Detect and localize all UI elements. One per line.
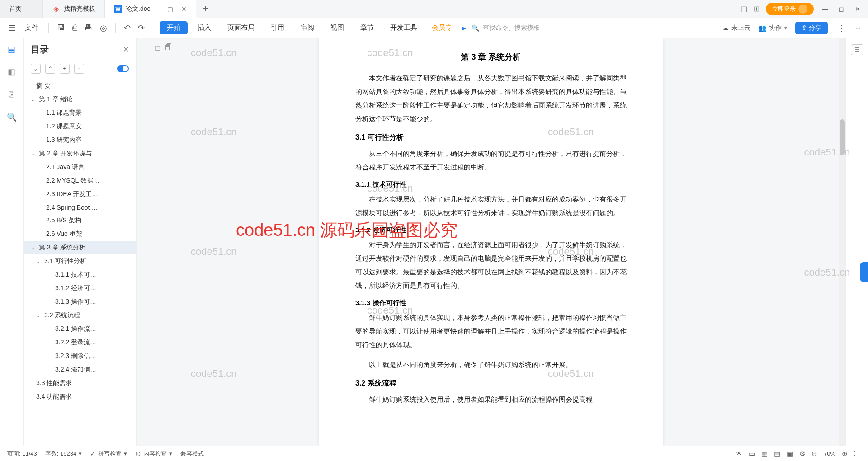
page-indicator[interactable]: 页面: 11/43	[7, 450, 37, 458]
view-outline-icon[interactable]: ▣	[787, 450, 793, 458]
more-arrow-icon[interactable]: ▸	[460, 23, 468, 33]
nav-icon[interactable]: ◧	[7, 67, 17, 77]
toc-item[interactable]: 3.2.4 添加信…	[24, 363, 136, 376]
view-page-icon[interactable]: ▦	[761, 450, 768, 458]
toc-item[interactable]: 2.3 IDEA 开发工…	[24, 188, 136, 201]
toc-item[interactable]: 3.1.2 经济可…	[24, 282, 136, 295]
compat-mode[interactable]: 兼容模式	[180, 450, 204, 458]
page-nav-icon[interactable]: ◻	[155, 43, 160, 52]
new-tab-button[interactable]: +	[196, 4, 214, 14]
page-copy-icon[interactable]: 🗐	[165, 43, 172, 52]
toc-item[interactable]: ⌄3.2 系统流程	[24, 309, 136, 322]
toc-label: 1.2 课题意义	[46, 122, 82, 131]
fullscreen-icon[interactable]: ⛶	[854, 450, 861, 457]
menu-page-layout[interactable]: 页面布局	[221, 24, 261, 32]
document-page[interactable]: 第 3 章 系统分析 本文作者在确定了研究的课题之后，从各大数字图书馆下载文献来…	[319, 38, 663, 446]
command-search[interactable]: 🔍 查找命令、搜索模板	[472, 24, 562, 32]
toc-item[interactable]: 2.6 Vue 框架	[24, 227, 136, 241]
vip-menu[interactable]: 会员专	[427, 24, 457, 32]
view-web-icon[interactable]: ▤	[774, 450, 780, 458]
view-eye-icon[interactable]: 👁	[736, 450, 742, 457]
spell-check[interactable]: ✓拼写检查 ▾	[90, 450, 127, 458]
toc-item[interactable]: 3.3 性能需求	[24, 376, 136, 390]
toc-item[interactable]: ⌄第 3 章 系统分析	[24, 241, 136, 254]
left-rail: ▤ ◧ ⎘ 🔍	[0, 38, 24, 446]
tab-template[interactable]: ◈ 找稻壳模板	[43, 0, 105, 18]
menu-insert[interactable]: 插入	[191, 24, 217, 32]
menu-review[interactable]: 审阅	[294, 24, 321, 32]
toc-item[interactable]: 摘 要	[24, 79, 136, 93]
toc-collapse-icon[interactable]: ⌄	[31, 64, 41, 74]
toc-item[interactable]: 3.1.3 操作可…	[24, 295, 136, 309]
toc-item[interactable]: 1.1 课题背景	[24, 106, 136, 120]
redo-icon[interactable]: ↷	[136, 23, 146, 33]
tab-home[interactable]: 首页	[0, 0, 43, 18]
toc-expand-icon[interactable]: ⌃	[45, 64, 55, 74]
layout-icon[interactable]: ◫	[741, 5, 747, 13]
side-handle[interactable]	[860, 262, 868, 282]
menu-start[interactable]: 开始	[160, 21, 188, 34]
maximize-button[interactable]: ◻	[836, 5, 846, 13]
close-window-button[interactable]: ✕	[853, 5, 863, 13]
toc-item[interactable]: 3.2.2 登录流…	[24, 336, 136, 349]
menu-references[interactable]: 引用	[264, 24, 291, 32]
chevron-down-icon: ⌄	[31, 151, 36, 157]
watermark: code51.cn	[804, 146, 850, 158]
toc-toggle[interactable]	[117, 65, 129, 72]
content-check[interactable]: ⊙内容检查 ▾	[135, 450, 172, 458]
cloud-button[interactable]: ☁未上云	[722, 24, 750, 32]
zoom-in-icon[interactable]: ⊕	[842, 450, 848, 458]
toc-item[interactable]: 1.2 课题意义	[24, 120, 136, 133]
watermark: code51.cn	[367, 47, 413, 59]
apps-icon[interactable]: ⊞	[754, 5, 760, 13]
outline-icon[interactable]: ▤	[7, 44, 17, 54]
toc-item[interactable]: ⌄第 1 章 绪论	[24, 93, 136, 106]
menu-icon[interactable]: ☰	[7, 23, 18, 33]
toc-item[interactable]: 3.2.3 删除信…	[24, 349, 136, 363]
view-read-icon[interactable]: ▭	[749, 450, 755, 458]
toc-item[interactable]: ⌄第 2 章 开发环境与…	[24, 147, 136, 160]
zoom-out-icon[interactable]: ⊖	[811, 450, 817, 458]
settings-icon[interactable]: ⚙	[799, 450, 805, 458]
file-menu[interactable]: 文件	[21, 24, 42, 32]
toc-item[interactable]: 2.5 B/S 架构	[24, 214, 136, 227]
menu-view[interactable]: 视图	[324, 24, 350, 32]
toc-remove-icon[interactable]: −	[74, 64, 84, 74]
login-button[interactable]: 立即登录	[766, 3, 814, 15]
print-icon[interactable]: 🖶	[83, 23, 94, 33]
share-button[interactable]: ⇪ 分享	[795, 22, 828, 34]
dock-icon[interactable]: ▢	[167, 5, 173, 13]
zoom-level[interactable]: 70%	[824, 450, 835, 457]
kebab-icon[interactable]: ⋮	[836, 23, 848, 33]
right-panel-icon[interactable]: ☰	[851, 44, 863, 55]
close-tab-icon[interactable]: ✕	[181, 5, 187, 13]
toc-add-icon[interactable]: +	[60, 64, 70, 74]
undo-icon[interactable]: ↶	[122, 23, 132, 33]
toc-item[interactable]: ⌄3.1 可行性分析	[24, 254, 136, 268]
save-icon[interactable]: 🖫	[55, 23, 67, 33]
toc-item[interactable]: 2.1 Java 语言	[24, 160, 136, 174]
toc-item[interactable]: 2.4 Spring Boot …	[24, 201, 136, 214]
toc-label: 2.4 Spring Boot …	[46, 204, 98, 211]
menu-chapters[interactable]: 章节	[354, 24, 380, 32]
toc-label: 2.3 IDEA 开发工…	[46, 190, 98, 198]
bookmark-icon[interactable]: ⎘	[7, 89, 17, 99]
find-icon[interactable]: 🔍	[7, 112, 17, 122]
toc-item[interactable]: 1.3 研究内容	[24, 133, 136, 147]
paragraph: 本文作者在确定了研究的课题之后，从各大数字图书馆下载文献来阅读，并了解同类型的网…	[355, 71, 627, 126]
menu-dev-tools[interactable]: 开发工具	[384, 24, 424, 32]
toc-item[interactable]: 2.2 MYSQL 数据…	[24, 174, 136, 188]
toc-item[interactable]: 3.2.1 操作流…	[24, 322, 136, 336]
close-toc-icon[interactable]: ✕	[123, 45, 129, 54]
document-area[interactable]: ◻ 🗐 code51.cn code51.cn code51.cn code51…	[137, 38, 845, 446]
word-count[interactable]: 字数: 15234 ▾	[45, 450, 82, 458]
toc-item[interactable]: 3.4 功能需求	[24, 390, 136, 404]
toc-item[interactable]: 3.1.1 技术可…	[24, 268, 136, 282]
preview-icon[interactable]: ◎	[98, 23, 109, 33]
scrollbar[interactable]	[839, 38, 845, 446]
minimize-button[interactable]: —	[820, 5, 830, 13]
export-icon[interactable]: ⎙	[71, 23, 79, 33]
collab-button[interactable]: 👥协作▾	[759, 24, 787, 32]
collapse-ribbon-icon[interactable]: ︿	[856, 24, 861, 32]
tab-document[interactable]: W 论文.doc ▢ ✕	[105, 0, 196, 18]
